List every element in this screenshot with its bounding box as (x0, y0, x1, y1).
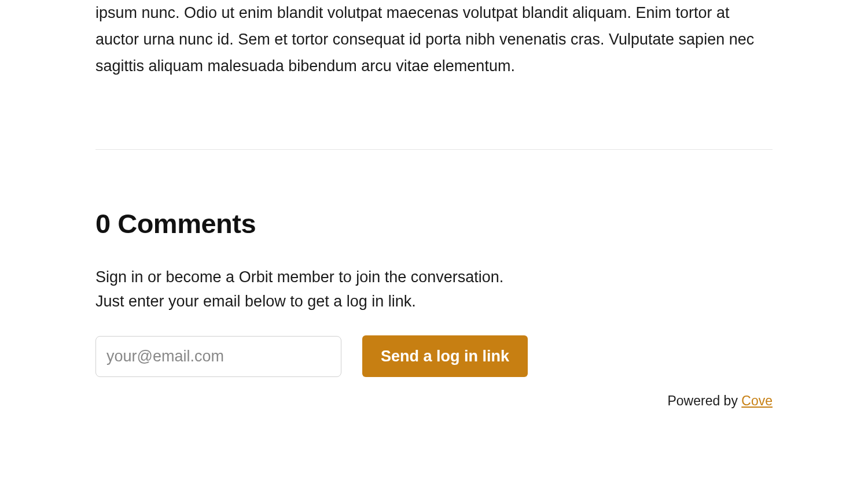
email-field[interactable] (95, 336, 341, 377)
send-login-link-button[interactable]: Send a log in link (362, 335, 528, 377)
signin-line-1: Sign in or become a Orbit member to join… (95, 268, 503, 286)
login-form-row: Send a log in link (95, 335, 773, 377)
attribution-link[interactable]: Cove (741, 393, 773, 408)
attribution: Powered by Cove (95, 393, 773, 409)
comments-heading: 0 Comments (95, 208, 773, 239)
article-body-fragment: ipsum nunc. Odio ut enim blandit volutpa… (95, 0, 773, 80)
signin-prompt: Sign in or become a Orbit member to join… (95, 265, 773, 314)
section-divider (95, 149, 773, 150)
signin-line-2: Just enter your email below to get a log… (95, 293, 416, 310)
attribution-prefix: Powered by (667, 393, 741, 408)
